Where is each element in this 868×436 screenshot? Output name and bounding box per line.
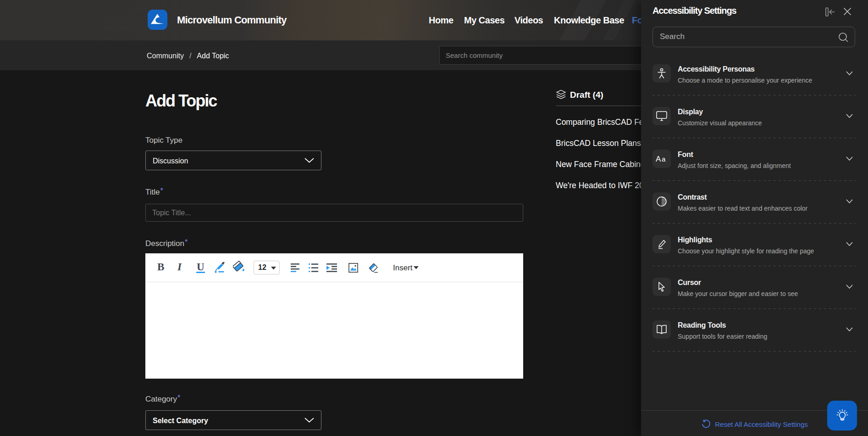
svg-text:a: a [662, 155, 666, 163]
svg-text:A: A [656, 155, 661, 163]
